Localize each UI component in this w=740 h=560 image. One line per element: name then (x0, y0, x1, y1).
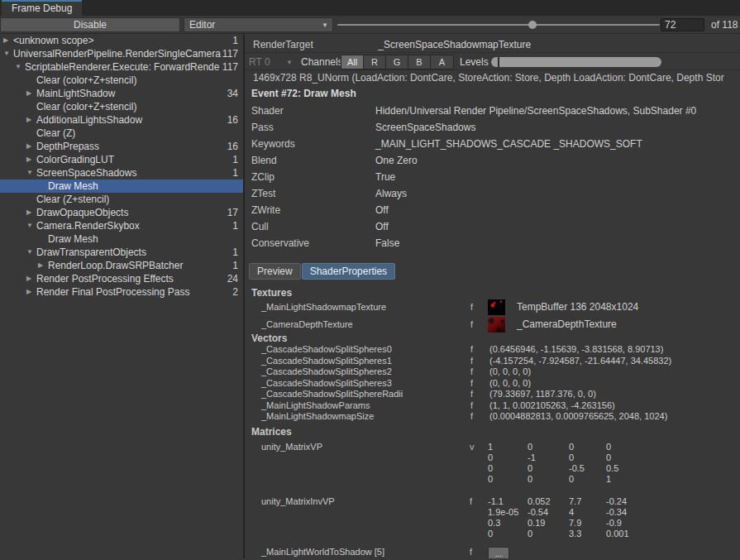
chevron-expanded-icon[interactable]: ▼ (3, 47, 13, 60)
chevron-expanded-icon[interactable]: ▼ (26, 166, 36, 179)
tree-item[interactable]: ▶Render PostProcessing Effects24 (0, 272, 243, 285)
event-count: 34 (227, 87, 238, 100)
tree-item[interactable]: Clear (color+Z+stencil) (0, 100, 243, 113)
target-dropdown[interactable]: Editor ▼ (184, 17, 333, 32)
expand-matrix-array-button[interactable]: ... (488, 547, 509, 559)
tree-item[interactable]: Clear (Z) (0, 127, 243, 140)
property-label: ZClip (251, 169, 375, 185)
tree-item-label: ScreenSpaceShadows (36, 167, 136, 179)
textures-section-header: Textures (251, 287, 740, 299)
tab-shaderproperties[interactable]: ShaderProperties (302, 263, 395, 280)
vector-name: _CascadeShadowSplitSpheres1 (261, 356, 392, 367)
tree-item[interactable]: ▶RenderLoop.DrawSRPBatcher1 (0, 259, 243, 272)
tree-item[interactable]: ▶<unknown scope>1 (0, 34, 243, 47)
matrix-cell: 1.9e-05 (488, 507, 528, 518)
channel-button-g[interactable]: G (386, 55, 408, 69)
matrix-cell: -0.34 (606, 507, 656, 518)
tree-item[interactable]: ▼UniversalRenderPipeline.RenderSingleCam… (0, 47, 243, 60)
textures-rows: _MainLightShadowmapTexturefTempBuffer 13… (245, 299, 740, 333)
shadowmap-thumbnail[interactable] (488, 299, 505, 315)
levels-max-handle[interactable] (655, 57, 661, 67)
tree-item-label: DepthPrepass (36, 141, 99, 152)
levels-slider[interactable] (491, 57, 661, 67)
texture-name: _CameraDepthTexture (261, 316, 353, 333)
channel-button-b[interactable]: B (408, 55, 431, 69)
tree-item[interactable]: ▼ScriptableRenderer.Execute: ForwardRend… (0, 60, 243, 74)
event-slider[interactable] (337, 17, 660, 32)
vector-row: _MainLightShadowParamsf(1, 1, 0.00210526… (245, 400, 740, 412)
chevron-collapsed-icon[interactable]: ▶ (26, 285, 36, 299)
tab-preview[interactable]: Preview (249, 263, 301, 280)
event-number-input[interactable] (661, 18, 704, 31)
tree-item[interactable]: ▶Render Final PostProcessing Pass2 (0, 285, 243, 299)
tree-item[interactable]: ▼DrawTransparentObjects1 (0, 246, 243, 259)
depth-thumbnail[interactable] (488, 317, 505, 333)
tree-item[interactable]: ▶AdditionalLightsShadow16 (0, 113, 243, 127)
chevron-collapsed-icon[interactable]: ▶ (26, 87, 36, 100)
vectors-section-header: Vectors (251, 333, 740, 344)
matrix-cell: -0.54 (528, 507, 569, 518)
render-target-value: _ScreenSpaceShadowmapTexture (378, 39, 531, 50)
texture-value: _CameraDepthTexture (517, 316, 617, 333)
matrix-cell: 1 (606, 474, 656, 485)
chevron-expanded-icon[interactable]: ▼ (26, 246, 36, 259)
matrix-cell: 0.052 (528, 496, 569, 507)
levels-min-handle[interactable] (491, 57, 498, 67)
matrix-cell: 1 (488, 442, 528, 452)
property-type: f (470, 316, 473, 333)
chevron-expanded-icon[interactable]: ▼ (26, 219, 36, 232)
channel-button-all[interactable]: All (341, 55, 364, 69)
matrix-cell: 0 (569, 474, 606, 485)
tree-item-label: Clear (Z) (36, 127, 75, 139)
event-count: 1 (232, 246, 238, 259)
property-value: ScreenSpaceShadows (375, 122, 475, 133)
tree-item[interactable]: ▶DepthPrepass16 (0, 140, 243, 153)
chevron-collapsed-icon[interactable]: ▶ (26, 153, 36, 166)
vector-name: _MainLightShadowmapSize (261, 411, 374, 423)
tree-item[interactable]: Clear (Z+stencil) (0, 193, 243, 206)
chevron-collapsed-icon[interactable]: ▶ (3, 34, 13, 47)
slider-handle[interactable] (528, 21, 537, 29)
property-label: Cull (251, 218, 375, 235)
event-total-label: of 118 (711, 19, 738, 31)
tab-frame-debug[interactable]: Frame Debug (2, 0, 82, 16)
vector-value: (0.6456946, -1.15639, -3.831568, 8.90713… (489, 344, 663, 356)
matrix-cell: 7.9 (569, 518, 606, 529)
tree-item[interactable]: Draw Mesh (0, 232, 243, 246)
main-split: ▶<unknown scope>1▼UniversalRenderPipelin… (0, 34, 740, 558)
chevron-collapsed-icon[interactable]: ▶ (26, 272, 36, 285)
tree-item[interactable]: Draw Mesh (0, 179, 243, 193)
matrix-cell: 0 (528, 474, 569, 485)
property-type: f (470, 344, 473, 356)
chevron-collapsed-icon[interactable]: ▶ (26, 140, 36, 153)
tree-item-label: Camera.RenderSkybox (36, 220, 140, 232)
tree-item-label: DrawOpaqueObjects (36, 207, 128, 218)
event-property-row: ZTestAlways (245, 185, 740, 202)
matrix-cell: 0 (569, 442, 606, 452)
tree-item[interactable]: ▶MainLightShadow34 (0, 87, 243, 100)
slider-track[interactable] (337, 24, 660, 26)
tree-item[interactable]: Clear (color+Z+stencil) (0, 74, 243, 87)
chevron-collapsed-icon[interactable]: ▶ (26, 206, 36, 219)
channel-button-r[interactable]: R (364, 55, 386, 69)
tree-item[interactable]: ▶DrawOpaqueObjects17 (0, 206, 243, 219)
chevron-collapsed-icon[interactable]: ▶ (38, 259, 48, 272)
chevron-expanded-icon[interactable]: ▼ (15, 60, 25, 74)
rt-index-label: RT 0 (249, 56, 270, 68)
vector-name: _MainLightShadowParams (261, 400, 370, 412)
property-type: f (470, 400, 473, 412)
rt-index-dropdown[interactable]: RT 0 ▼ (249, 55, 297, 69)
event-property-row: CullOff (245, 218, 740, 235)
matrix-row: _MainLightWorldToShadow [5]f... (245, 547, 740, 559)
tree-item[interactable]: ▼ScreenSpaceShadows1 (0, 166, 243, 179)
channel-button-a[interactable]: A (431, 55, 453, 69)
event-count: 2 (232, 285, 238, 299)
property-type: v (470, 442, 475, 452)
detail-tabs: PreviewShaderProperties (249, 263, 740, 280)
disable-button[interactable]: Disable (0, 17, 180, 32)
chevron-collapsed-icon[interactable]: ▶ (26, 113, 36, 127)
tree-item[interactable]: ▶ColorGradingLUT1 (0, 153, 243, 166)
levels-range[interactable] (499, 57, 655, 67)
matrix-cell: 0.19 (528, 518, 569, 529)
tree-item[interactable]: ▼Camera.RenderSkybox1 (0, 219, 243, 232)
